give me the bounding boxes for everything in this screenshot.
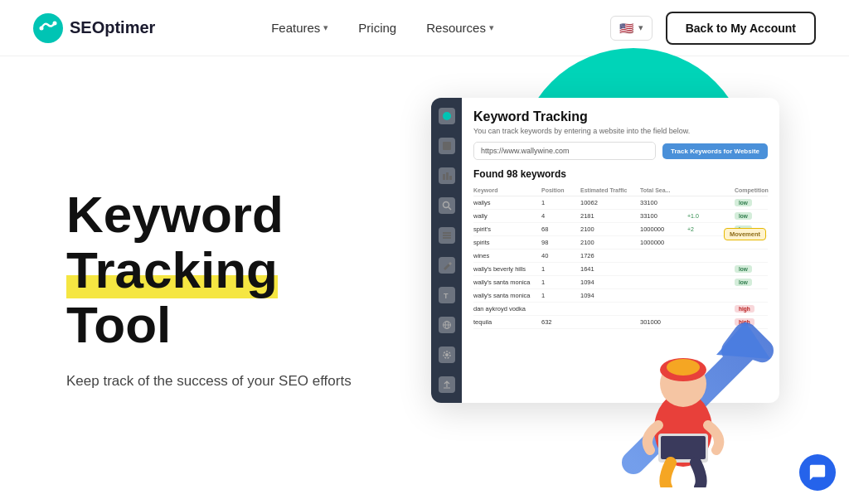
svg-point-26 (667, 359, 700, 376)
keyword-search-bar: https://www.wallywine.com Track Keywords… (473, 142, 768, 160)
svg-rect-5 (443, 174, 445, 180)
col-traffic: Estimated Traffic (580, 187, 638, 193)
svg-rect-7 (449, 176, 452, 180)
svg-point-8 (443, 202, 449, 208)
header-right: 🇺🇸 ▾ Back to My Account (610, 12, 816, 45)
flag-icon: 🇺🇸 (619, 22, 633, 35)
col-total: Total Sea... (640, 187, 686, 193)
logo-icon (33, 13, 63, 43)
table-header-row: Keyword Position Estimated Traffic Total… (473, 185, 768, 196)
track-button[interactable]: Track Keywords for Website (662, 143, 768, 159)
svg-point-3 (443, 112, 451, 120)
sidebar-t-icon: T (439, 287, 455, 303)
sidebar-pen-icon (439, 257, 455, 274)
header: SEOptimer Features ▾ Pricing Resources ▾… (0, 0, 849, 56)
table-row: wally's santa monica 1 1094 (473, 289, 768, 303)
logo-text: SEOptimer (70, 18, 155, 37)
card-title: Keyword Tracking (473, 109, 768, 124)
back-to-account-button[interactable]: Back to My Account (666, 12, 816, 45)
chat-bubble-button[interactable] (799, 454, 836, 491)
col-keyword: Keyword (473, 187, 540, 193)
sidebar-gear-icon (439, 346, 455, 363)
nav-features[interactable]: Features ▾ (260, 14, 340, 41)
card-subtitle: You can track keywords by entering a web… (473, 127, 768, 135)
table-row: wally 4 2181 33100 +1.0 low (473, 210, 768, 223)
website-input[interactable]: https://www.wallywine.com (473, 142, 656, 160)
svg-rect-25 (661, 436, 706, 459)
table-row: wally's santa monica 1 1094 low (473, 276, 768, 289)
character-illustration (617, 322, 750, 487)
chevron-down-icon: ▾ (638, 22, 643, 33)
main-nav: Features ▾ Pricing Resources ▾ (260, 14, 506, 41)
svg-rect-10 (443, 232, 451, 234)
sidebar-chart-icon (439, 167, 455, 184)
svg-point-17 (445, 353, 449, 356)
table-row: wally's beverly hills 1 1641 low (473, 263, 768, 276)
svg-line-9 (449, 207, 451, 210)
hero-title: Keyword Tracking Tool (66, 187, 415, 354)
table-row: wines 40 1726 (473, 250, 768, 263)
sidebar-logo-icon (439, 108, 455, 124)
logo[interactable]: SEOptimer (33, 13, 155, 43)
svg-point-0 (33, 13, 63, 43)
col-movement (687, 187, 733, 193)
sidebar-bar-icon (439, 227, 455, 244)
hero-subtitle: Keep track of the success of your SEO ef… (66, 373, 415, 390)
nav-pricing[interactable]: Pricing (347, 14, 408, 41)
card-sidebar: T (431, 98, 462, 403)
svg-rect-4 (443, 142, 451, 150)
col-position: Position (541, 187, 579, 193)
sidebar-search-icon (439, 197, 455, 214)
svg-point-1 (40, 26, 44, 30)
hero-right: T Keyword Tracking You can track keyword… (415, 73, 799, 504)
hero-section: Keyword Tracking Tool Keep track of the … (0, 56, 849, 504)
keywords-table: Keyword Position Estimated Traffic Total… (473, 185, 768, 329)
svg-rect-6 (446, 172, 449, 180)
chevron-down-icon: ▾ (323, 22, 328, 33)
language-selector[interactable]: 🇺🇸 ▾ (610, 16, 653, 41)
chevron-down-icon: ▾ (489, 22, 494, 33)
hero-left: Keyword Tracking Tool Keep track of the … (66, 187, 415, 390)
sidebar-upload-icon (439, 376, 455, 393)
nav-resources[interactable]: Resources ▾ (415, 14, 506, 41)
table-row: wallys 1 10062 33100 low (473, 196, 768, 210)
chat-icon (808, 463, 827, 482)
svg-text:T: T (444, 292, 449, 300)
sidebar-edit-icon (439, 138, 455, 154)
movement-badge: Movement (724, 228, 766, 240)
svg-point-2 (53, 21, 57, 25)
found-keywords-count: Found 98 keywords (473, 168, 768, 180)
svg-rect-12 (443, 237, 451, 239)
col-competition: Competition (735, 187, 768, 193)
sidebar-globe-icon (439, 317, 455, 333)
svg-rect-11 (443, 235, 451, 236)
